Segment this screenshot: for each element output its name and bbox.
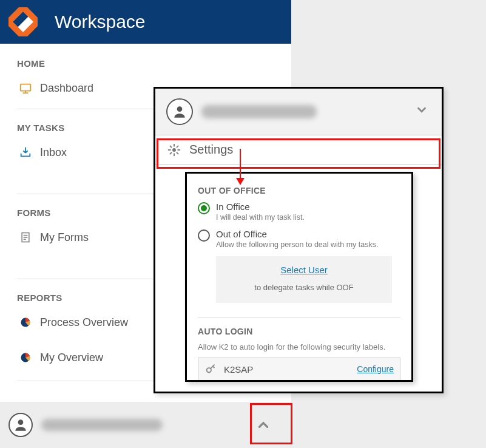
collapse-popover-button[interactable] [415,103,428,120]
avatar-icon [8,413,33,437]
settings-row[interactable]: Settings [155,135,442,165]
radio-out-of-office[interactable]: Out of Office Allow the following person… [198,229,400,249]
autologin-heading: AUTO LOGIN [198,327,400,336]
radio-icon [198,229,210,242]
svg-rect-21 [169,145,172,148]
radio-label: In Office [216,202,305,212]
divider [198,317,400,318]
svg-rect-16 [174,153,175,156]
radio-sublabel: I will deal with my task list. [216,213,305,222]
nav-label: Inbox [40,146,67,159]
key-icon [204,362,218,376]
settings-detail-panel: OUT OF OFFICE In Office I will deal with… [185,172,413,382]
svg-point-14 [172,148,176,152]
pie-chart-icon [18,350,33,365]
select-user-link[interactable]: Select User [280,265,328,275]
delegate-box: Select User to delegate tasks while OOF [216,256,392,303]
nav-label: My Overview [40,351,103,364]
pie-chart-icon [18,315,33,330]
section-home: HOME [17,58,274,69]
radio-in-office[interactable]: In Office I will deal with my task list. [198,202,400,222]
radio-icon [198,202,210,214]
nav-label: My Forms [40,231,89,244]
autologin-item: K2SAP Configure [198,358,400,381]
nav-label: Dashboard [40,82,93,95]
form-icon [18,230,33,245]
user-name-redacted [201,105,317,118]
radio-sublabel: Allow the following person to deal with … [216,240,379,249]
svg-rect-17 [168,149,171,151]
svg-point-12 [18,419,24,425]
svg-rect-19 [176,145,179,148]
nav-label: Process Overview [40,316,128,329]
annotation-arrow-icon [240,149,241,184]
svg-point-13 [177,106,183,112]
popover-header [155,89,442,135]
svg-rect-20 [169,152,172,155]
oof-heading: OUT OF OFFICE [198,186,400,195]
delegate-subtext: to delegate tasks while OOF [222,283,386,292]
svg-rect-3 [21,84,31,91]
radio-label: Out of Office [216,229,379,239]
gear-icon [167,143,181,157]
app-logo-icon [8,7,38,36]
app-header: Workspace [0,0,291,44]
svg-rect-18 [178,149,181,151]
user-name-redacted [41,419,163,431]
avatar-icon [166,98,193,125]
expand-user-panel-button[interactable] [245,407,282,443]
app-title: Workspace [55,12,146,32]
footer-user-bar [0,402,291,448]
svg-rect-15 [174,143,175,146]
autologin-item-label: K2SAP [224,364,253,375]
settings-label: Settings [189,143,233,157]
configure-link[interactable]: Configure [357,364,394,374]
svg-point-23 [207,368,211,372]
autologin-desc: Allow K2 to auto login for the following… [198,342,400,351]
svg-rect-22 [176,152,179,155]
inbox-icon [18,145,33,160]
dashboard-icon [18,81,33,95]
